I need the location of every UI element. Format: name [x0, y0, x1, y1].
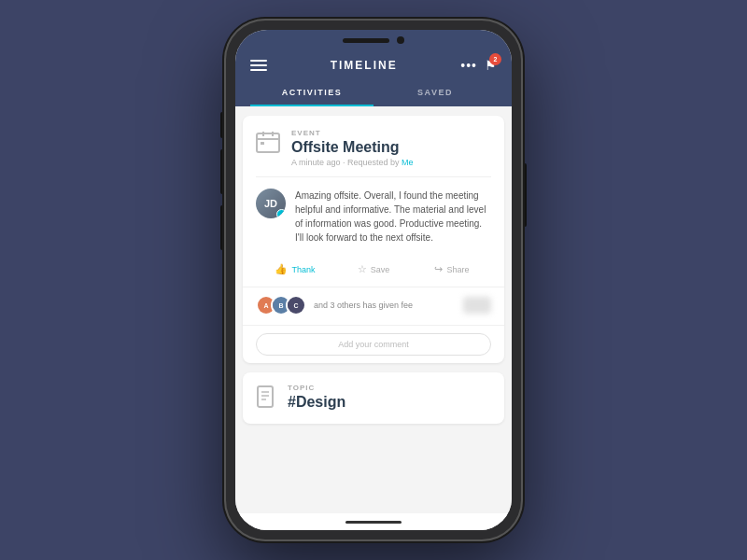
topic-card: TOPIC #Design — [243, 372, 504, 424]
app-header: TIMELINE ••• ⚑ 2 ACTIVITIES SAVED — [235, 50, 512, 106]
comment-input[interactable]: Add your comment — [256, 333, 491, 356]
topic-title: #Design — [288, 394, 345, 411]
event-header-section: EVENT Offsite Meeting A minute ago · Req… — [243, 116, 504, 176]
notification-badge: 2 — [489, 53, 501, 65]
comment-section: JD ✓ Amazing offsite. Overall, I found t… — [243, 177, 504, 256]
calendar-icon — [256, 131, 282, 153]
thank-icon: 👍 — [275, 263, 288, 275]
svg-rect-5 — [258, 386, 273, 407]
tab-saved[interactable]: SAVED — [374, 80, 497, 106]
share-button[interactable]: ↪ Share — [413, 263, 491, 275]
share-label: Share — [446, 265, 469, 274]
phone-camera — [397, 36, 404, 44]
event-meta-link[interactable]: Me — [402, 158, 414, 167]
phone-speaker — [343, 38, 389, 43]
header-row: TIMELINE ••• ⚑ 2 — [250, 58, 497, 80]
topic-icon — [256, 385, 278, 408]
menu-line-2 — [250, 64, 267, 66]
action-row: 👍 Thank ☆ Save ↪ Share — [243, 256, 504, 287]
phone-screen: TIMELINE ••• ⚑ 2 ACTIVITIES SAVED — [235, 30, 512, 530]
phone-frame: TIMELINE ••• ⚑ 2 ACTIVITIES SAVED — [224, 19, 523, 541]
verified-badge: ✓ — [276, 209, 286, 218]
feedback-text: and 3 others has given fee — [314, 301, 456, 310]
menu-line-1 — [250, 60, 267, 62]
avatar-group: A B C — [256, 295, 306, 315]
avatar: JD ✓ — [256, 189, 286, 218]
comment-input-row: Add your comment — [243, 325, 504, 363]
svg-rect-4 — [261, 142, 264, 145]
home-bar — [345, 521, 402, 524]
more-options-icon[interactable]: ••• — [460, 58, 477, 73]
avatar-small-3: C — [286, 295, 306, 315]
topic-section: TOPIC #Design — [243, 372, 504, 424]
feedback-row: A B C and 3 others has given fee — [243, 287, 504, 325]
side-button-power — [523, 163, 527, 227]
menu-line-3 — [250, 69, 267, 71]
event-title: Offsite Meeting — [291, 139, 414, 156]
header-right: ••• ⚑ 2 — [460, 58, 497, 73]
save-button[interactable]: ☆ Save — [334, 263, 413, 275]
avatar-small-image-3: C — [288, 297, 304, 314]
topic-details: TOPIC #Design — [288, 384, 345, 413]
event-type-label: EVENT — [291, 129, 414, 137]
svg-rect-0 — [257, 133, 279, 152]
menu-button[interactable] — [250, 60, 267, 71]
event-meta: A minute ago · Requested by Me — [291, 158, 414, 167]
notification-icon[interactable]: ⚑ 2 — [485, 58, 497, 73]
thank-label: Thank — [291, 265, 315, 274]
phone-top-bar — [235, 30, 512, 50]
home-indicator — [235, 513, 512, 530]
save-label: Save — [371, 265, 390, 274]
share-icon: ↪ — [434, 263, 443, 275]
feedback-blur-overlay — [463, 297, 491, 314]
topic-type-label: TOPIC — [288, 384, 345, 392]
content-area: EVENT Offsite Meeting A minute ago · Req… — [235, 106, 512, 513]
event-card: EVENT Offsite Meeting A minute ago · Req… — [243, 116, 504, 363]
event-meta-text: A minute ago · Requested by — [291, 158, 402, 167]
header-title: TIMELINE — [331, 59, 398, 72]
star-icon: ☆ — [358, 263, 367, 275]
event-details: EVENT Offsite Meeting A minute ago · Req… — [291, 129, 414, 167]
thank-button[interactable]: 👍 Thank — [256, 263, 334, 275]
tab-activities[interactable]: ACTIVITIES — [250, 80, 374, 106]
comment-text: Amazing offsite. Overall, I found the me… — [295, 189, 491, 245]
tabs-bar: ACTIVITIES SAVED — [250, 80, 497, 106]
